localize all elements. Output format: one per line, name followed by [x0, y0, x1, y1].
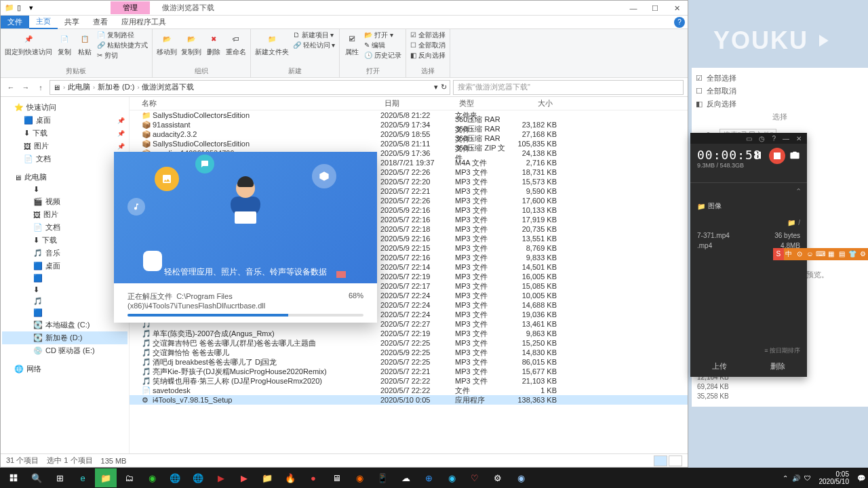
new-item[interactable]: 🗋 新建项目 ▾ [293, 30, 336, 40]
cut-button[interactable]: ✂ 剪切 [97, 51, 148, 60]
file-row[interactable]: ⚙i4Tools_v7.98.15_Setup2020/5/10 0:05应用程… [130, 395, 688, 405]
sidebar-documents-pc[interactable]: 📄 文档 [2, 221, 127, 234]
file-row[interactable]: 🎵单车(陈奕迅)-2007合成(Angus_Rmx)2020/5/7 22:19… [130, 329, 688, 338]
paste-button[interactable]: 📋粘贴 [77, 30, 93, 57]
recorder-folder-icon[interactable]: ▭ [746, 135, 752, 142]
taskbar-app[interactable]: 📱 [372, 468, 393, 487]
sidebar-quick-access[interactable]: ⭐ 快速访问 [2, 101, 127, 114]
sidebar-pictures-pc[interactable]: 🖼 图片 [2, 208, 127, 221]
taskbar-app[interactable]: ◉ [349, 468, 370, 487]
taskbar-app[interactable]: ⊕ [418, 468, 439, 487]
tab-home[interactable]: 主页 [29, 15, 58, 29]
tab-file[interactable]: 文件 [1, 16, 29, 28]
screenshot-button[interactable] [789, 150, 802, 162]
taskbar-app[interactable]: 🔥 [279, 468, 301, 487]
rename-button[interactable]: 🏷重命名 [226, 30, 246, 57]
paste-shortcut[interactable]: 🔗 粘贴快捷方式 [97, 41, 148, 50]
taskbar-app[interactable]: ♡ [464, 468, 486, 487]
recorder-section-images[interactable]: 📁 图像 [690, 197, 807, 215]
titlebar[interactable]: 📁 ▯ ▾ 管理 傲游浏览器下载 — ☐ ✕ [1, 1, 688, 16]
column-headers[interactable]: 名称 日期 类型 大小 [130, 97, 688, 110]
view-details[interactable] [654, 455, 667, 466]
pin-quick-access[interactable]: 📌固定到快速访问 [5, 30, 52, 57]
taskbar-edge[interactable]: e [72, 468, 94, 487]
stop-button[interactable] [769, 148, 785, 164]
sidebar-network[interactable]: 🌐 网络 [2, 363, 127, 375]
sidebar-music[interactable]: 🎵 音乐 [2, 247, 127, 260]
taskbar-app[interactable]: ◉ [141, 468, 163, 487]
easy-access[interactable]: 🔗 轻松访问 ▾ [293, 41, 336, 50]
recorder-help-icon[interactable]: ? [772, 135, 776, 142]
file-row[interactable]: 🎵酒吧dj breakbest爸爸去哪儿了 Dj国龙2020/5/7 22:25… [130, 357, 688, 367]
file-row[interactable]: 📦SallysStudioCollectorsEdition2020/5/8 2… [130, 139, 688, 148]
sidebar-desktop-pc[interactable]: 🟦 桌面 [2, 260, 127, 272]
file-row[interactable]: 🎵亮声Kie-野孩子(DJ炭糯MusicProgHouse2020Remix)2… [130, 367, 688, 376]
taskbar-explorer[interactable]: 📁 [95, 468, 117, 487]
help-button[interactable]: ? [674, 17, 685, 28]
close-button[interactable]: ✕ [666, 1, 688, 16]
ime-toolbar[interactable]: S中⊙☺⌨▦▤👕⚙ [773, 248, 868, 260]
clock[interactable]: 0:05 2020/5/10 [815, 469, 854, 487]
taskbar-app[interactable]: 🌐 [187, 468, 209, 487]
sidebar-this-pc[interactable]: 🖥 此电脑 [2, 171, 127, 184]
taskbar-app[interactable]: ◉ [441, 468, 462, 487]
recorder-close[interactable]: ✕ [796, 135, 802, 142]
copy-to[interactable]: 📂复制到 [181, 30, 201, 57]
delete-button[interactable]: ✖删除 [205, 30, 222, 57]
qat-dropdown[interactable]: ▾ [29, 3, 39, 13]
taskbar-app[interactable]: ● [302, 468, 324, 487]
tab-share[interactable]: 共享 [58, 16, 86, 28]
sidebar-documents[interactable]: 📄 文档📌 [2, 152, 127, 165]
search-icon[interactable]: 🔍 [26, 468, 47, 487]
sidebar-cd-drive[interactable]: 💿 CD 驱动器 (E:) [2, 344, 127, 357]
recorder-file[interactable]: 7-371.mp436 bytes [690, 230, 807, 241]
taskbar-app[interactable]: 📁 [256, 468, 278, 487]
delete-button-recorder[interactable]: 删除 [770, 361, 785, 371]
recorder-timer-icon[interactable]: ◷ [759, 135, 765, 142]
system-tray[interactable]: ⌃🔊🛡 0:05 2020/5/10 💬 [783, 469, 866, 487]
pause-button[interactable] [753, 150, 765, 162]
sidebar-videos[interactable]: 🎬 视频 [2, 195, 127, 208]
refresh-button[interactable]: ↻ [441, 83, 447, 92]
taskbar-app[interactable]: ◉ [510, 468, 532, 487]
task-view-icon[interactable]: ⊞ [49, 468, 71, 487]
tab-app-tools[interactable]: 应用程序工具 [115, 16, 173, 28]
taskbar-app[interactable]: 🖥 [326, 468, 347, 487]
copy-button[interactable]: 📄复制 [56, 30, 73, 57]
open-button[interactable]: 📂 打开 ▾ [364, 30, 401, 40]
taskbar-app[interactable]: ☁ [395, 468, 416, 487]
maximize-button[interactable]: ☐ [644, 1, 666, 16]
select-none[interactable]: ☐ 全部取消 [410, 41, 446, 50]
screen-recorder-panel[interactable]: ▭ ◷ ? — ✕ 00:00:58 9.3MB / 548.3GB ⌃ 📁 图… [690, 133, 807, 377]
sidebar-desktop[interactable]: 🟦 桌面📌 [2, 114, 127, 127]
properties-button[interactable]: 🗹属性 [344, 30, 360, 57]
taskbar-app[interactable]: ▶ [210, 468, 232, 487]
file-row[interactable]: 🎵交谊舞吉特巴 爸爸去哪儿(群星)爸爸去哪儿主题曲2020/5/7 22:25M… [130, 338, 688, 348]
start-button[interactable] [3, 468, 24, 487]
select-all[interactable]: ☑ 全部选择 [410, 30, 446, 40]
file-row[interactable]: 📦audacity2.3.22020/5/9 18:55360压缩 RAR 文件… [130, 129, 688, 139]
taskbar-app[interactable]: ▶ [233, 468, 255, 487]
taskbar-app[interactable]: 🗂 [118, 468, 140, 487]
file-row[interactable]: 📦91assistant2020/5/9 17:34360压缩 RAR 文件23… [130, 120, 688, 129]
nav-up[interactable]: ↑ [35, 83, 47, 92]
nav-back[interactable]: ← [5, 83, 17, 92]
sidebar-d-drive[interactable]: 💽 新加卷 (D:) [2, 331, 127, 344]
crumb-dropdown[interactable]: ▾ [434, 83, 438, 92]
breadcrumb[interactable]: 🖥 › 此电脑 › 新加卷 (D:) › 傲游浏览器下载 ▾ ↻ [50, 80, 450, 95]
tab-view[interactable]: 查看 [86, 16, 115, 28]
search-input[interactable]: 搜索"傲游浏览器下载" [453, 80, 684, 95]
file-row[interactable]: 🎵交谊舞恰恰 爸爸去哪儿2020/5/9 22:25MP3 文件14,830 K… [130, 348, 688, 357]
sidebar-downloads-pc[interactable]: ⬇ 下载 [2, 234, 127, 247]
file-row[interactable]: 📄savetodesk2020/5/7 22:22文件1 KB [130, 386, 688, 395]
sort-label[interactable]: ≡ 按日期排序 [764, 346, 800, 355]
taskbar-app[interactable]: 🌐 [164, 468, 186, 487]
upload-button[interactable]: 上传 [712, 361, 727, 371]
invert-selection[interactable]: ◧ 反向选择 [410, 51, 446, 60]
contextual-tab-manage[interactable]: 管理 [111, 1, 150, 14]
history-button[interactable]: 🕓 历史记录 [364, 51, 401, 60]
file-row[interactable]: 🎵笑纳蝶也用春·第三人称 (DJ星ProgHouseRmx2020)2020/5… [130, 376, 688, 386]
edit-button[interactable]: ✎ 编辑 [364, 41, 401, 50]
sidebar-downloads[interactable]: ⬇ 下载📌 [2, 127, 127, 140]
copy-path[interactable]: 📄 复制路径 [97, 30, 148, 40]
